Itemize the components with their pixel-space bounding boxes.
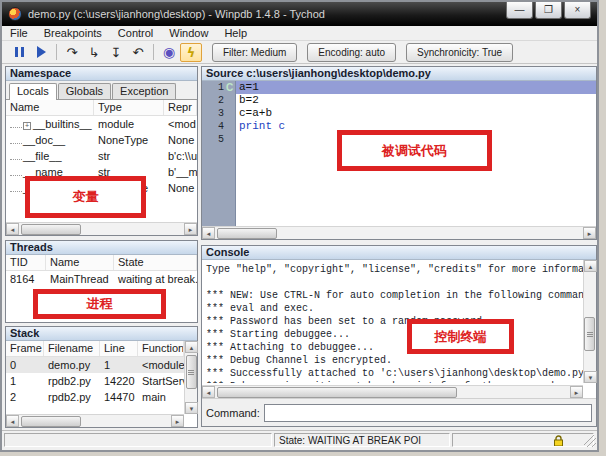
menu-help[interactable]: Help [216, 27, 255, 39]
scroll-thumb[interactable] [21, 224, 81, 235]
goto-button[interactable]: ↧ [105, 43, 127, 62]
encoding-button[interactable]: Encoding: auto [307, 43, 396, 62]
scroll-thumb[interactable] [217, 387, 457, 398]
stack-row[interactable]: 1 rpdb2.py 14220 StartServer [6, 373, 184, 389]
tab-locals[interactable]: Locals [9, 83, 57, 100]
namespace-row[interactable]: __file__ str b'c:\\u [6, 148, 197, 164]
goto-icon: ↧ [111, 45, 122, 60]
tree-line [10, 191, 22, 192]
tree-expand-icon[interactable]: + [23, 122, 31, 130]
restore-button[interactable]: ❐ [535, 2, 562, 19]
scroll-left-icon[interactable]: ◄ [6, 415, 19, 427]
stack-row[interactable]: 0 demo.py 1 <module> [6, 357, 184, 373]
toggle-breakpoint-button[interactable]: ◉ [158, 43, 180, 62]
source-line-current[interactable]: a=1 [236, 81, 596, 94]
tree-line [10, 143, 22, 144]
step-over-icon: ↷ [67, 45, 78, 60]
status-state: State: WAITING AT BREAK POI [274, 433, 450, 447]
scroll-left-icon[interactable]: ◄ [202, 386, 215, 398]
scroll-up-icon[interactable]: ▲ [584, 260, 597, 272]
scroll-thumb[interactable] [217, 228, 277, 239]
menu-file[interactable]: File [2, 27, 36, 39]
scroll-down-icon[interactable]: ▼ [584, 371, 597, 383]
window-title: demo.py (c:\users\jianhong\desktop) - Wi… [28, 8, 506, 20]
lightning-icon: ϟ [187, 45, 196, 60]
status-cell-right [452, 433, 594, 447]
play-icon [37, 46, 46, 58]
command-bar: Command: [202, 398, 596, 426]
console-panel: Console Type "help", "copyright", "licen… [201, 245, 597, 427]
title-bar[interactable]: demo.py (c:\users\jianhong\desktop) - Wi… [2, 2, 597, 26]
stack-hscrollbar[interactable]: ◄ ► [6, 414, 184, 427]
tab-exception[interactable]: Exception [112, 83, 176, 99]
stack-row[interactable]: 2 rpdb2.py 14470 main [6, 389, 184, 405]
scroll-thumb[interactable] [186, 355, 197, 389]
col-filename[interactable]: Filename [44, 341, 100, 356]
scroll-right-icon[interactable]: ► [583, 227, 596, 239]
console-output[interactable]: Type "help", "copyright", "license", "cr… [202, 260, 583, 383]
scroll-right-icon[interactable]: ► [171, 415, 184, 427]
namespace-hscrollbar[interactable]: ◄ ► [6, 222, 197, 235]
return-button[interactable]: ↶ [127, 43, 149, 62]
thread-row[interactable]: 8164 MainThread waiting at break... [6, 271, 197, 287]
step-into-icon: ↳ [89, 45, 100, 60]
namespace-tabs: Locals Globals Exception [6, 81, 197, 100]
col-state[interactable]: State [114, 255, 197, 270]
namespace-row[interactable]: +__builtins__ module <mod [6, 116, 197, 132]
source-hscrollbar[interactable]: ◄ ► [202, 226, 596, 239]
close-button[interactable]: × [564, 2, 591, 19]
synchronicity-button[interactable]: Synchronicity: True [406, 43, 513, 62]
col-line[interactable]: Line [100, 341, 138, 356]
minimize-button[interactable]: — [506, 2, 533, 19]
scroll-thumb[interactable] [21, 416, 81, 427]
resize-grip[interactable] [584, 435, 596, 447]
command-label: Command: [206, 407, 260, 419]
toolbar-separator [56, 44, 57, 60]
attach-button[interactable]: ϟ [180, 43, 202, 62]
command-input[interactable] [264, 404, 592, 422]
tree-line [10, 127, 22, 128]
source-line[interactable]: c=a+b [236, 107, 596, 120]
pause-icon [15, 47, 24, 57]
go-button[interactable] [30, 43, 52, 62]
scroll-right-icon[interactable]: ► [184, 223, 197, 235]
col-function[interactable]: Function [138, 341, 184, 356]
break-button[interactable] [8, 43, 30, 62]
scroll-up-icon[interactable]: ▲ [185, 341, 198, 353]
filter-button[interactable]: Filter: Medium [212, 43, 297, 62]
menu-control[interactable]: Control [110, 27, 161, 39]
toolbar-separator [153, 44, 154, 60]
winpdb-window: demo.py (c:\users\jianhong\desktop) - Wi… [0, 0, 599, 452]
tab-globals[interactable]: Globals [58, 83, 111, 99]
console-hscrollbar[interactable]: ◄ ► [202, 385, 583, 398]
col-tid[interactable]: TID [6, 255, 46, 270]
col-frame[interactable]: Frame [6, 341, 44, 356]
source-title: Source c:\users\jianhong\desktop\demo.py [202, 67, 596, 81]
tree-line [10, 159, 22, 160]
step-return-icon: ↶ [133, 45, 144, 60]
scroll-thumb[interactable] [584, 317, 595, 351]
toolbar: ↷ ↳ ↧ ↶ ◉ ϟ Filter: Medium Encoding: aut… [2, 41, 597, 64]
window-controls: — ❐ × [506, 2, 591, 19]
scroll-left-icon[interactable]: ◄ [202, 227, 215, 239]
scroll-left-icon[interactable]: ◄ [6, 223, 19, 235]
scroll-down-icon[interactable]: ▼ [185, 402, 198, 414]
menu-breakpoints[interactable]: Breakpoints [36, 27, 110, 39]
stack-vscrollbar[interactable]: ▲ ▼ [184, 341, 197, 414]
console-title: Console [202, 246, 596, 260]
scroll-right-icon[interactable]: ► [570, 386, 583, 398]
col-repr[interactable]: Repr [164, 100, 197, 115]
annotation-process: 进程 [33, 289, 166, 319]
app-icon [8, 7, 22, 21]
source-line[interactable]: b=2 [236, 94, 596, 107]
step-button[interactable]: ↳ [83, 43, 105, 62]
col-name[interactable]: Name [6, 100, 94, 115]
col-type[interactable]: Type [94, 100, 164, 115]
namespace-row[interactable]: __doc__ NoneType None [6, 132, 197, 148]
current-line-marker: C [224, 81, 235, 94]
col-thread-name[interactable]: Name [46, 255, 114, 270]
next-button[interactable]: ↷ [61, 43, 83, 62]
console-vscrollbar[interactable]: ▲ ▼ [583, 260, 596, 383]
annotation-variables: 变量 [25, 176, 146, 218]
menu-window[interactable]: Window [161, 27, 216, 39]
